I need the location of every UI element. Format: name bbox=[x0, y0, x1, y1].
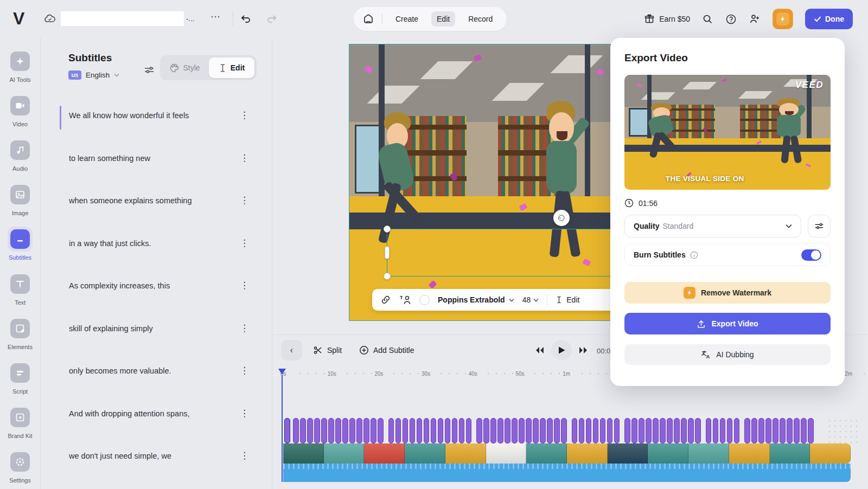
sidebar-item-elements[interactable]: Elements bbox=[0, 311, 40, 355]
subtitle-block[interactable] bbox=[328, 418, 334, 443]
subtitle-block[interactable] bbox=[688, 418, 694, 443]
subtitle-block[interactable] bbox=[586, 418, 592, 443]
subtitle-block[interactable] bbox=[533, 418, 539, 443]
subtitle-block[interactable] bbox=[780, 418, 786, 443]
subtitle-block[interactable] bbox=[808, 418, 814, 443]
help-icon[interactable] bbox=[725, 14, 737, 25]
subtitle-block[interactable] bbox=[681, 418, 687, 443]
ai-dubbing-button[interactable]: A AI Dubbing bbox=[624, 344, 831, 365]
subtitle-block[interactable] bbox=[300, 418, 306, 443]
subtitle-row[interactable]: in a way that just clicks.⋮ bbox=[41, 230, 272, 273]
audio-waveform[interactable] bbox=[283, 464, 851, 482]
subtitle-block[interactable] bbox=[561, 418, 567, 443]
subtitle-block[interactable] bbox=[706, 418, 712, 443]
subtitle-block[interactable] bbox=[395, 418, 401, 443]
subtitle-block[interactable] bbox=[466, 418, 472, 443]
subtitle-row[interactable]: to learn something new⋮ bbox=[41, 145, 272, 188]
subtitle-text[interactable]: And with dropping attention spans, bbox=[69, 409, 239, 418]
fast-forward-button[interactable] bbox=[578, 346, 588, 355]
subtitle-block[interactable] bbox=[765, 418, 771, 443]
film-segment[interactable] bbox=[283, 443, 324, 464]
burn-subtitles-toggle[interactable] bbox=[801, 249, 821, 261]
tab-edit[interactable]: Edit bbox=[431, 11, 455, 27]
subtitle-block[interactable] bbox=[284, 418, 290, 443]
selection-handle-top-left[interactable] bbox=[384, 226, 391, 233]
timeline-collapse-button[interactable]: ‹ bbox=[281, 340, 302, 361]
subtitle-block[interactable] bbox=[307, 418, 313, 443]
font-family-dropdown[interactable]: Poppins Extrabold bbox=[438, 295, 514, 304]
play-button[interactable] bbox=[551, 340, 572, 361]
subtitle-block[interactable] bbox=[388, 418, 394, 443]
subtitle-text[interactable]: We all know how wonderful it feels bbox=[69, 111, 239, 120]
subtitle-block[interactable] bbox=[547, 418, 553, 443]
subtitle-block[interactable] bbox=[505, 418, 510, 443]
subtitle-block[interactable] bbox=[624, 418, 630, 443]
subtitle-block[interactable] bbox=[794, 418, 800, 443]
sidebar-item-text[interactable]: Text bbox=[0, 266, 40, 311]
sidebar-item-ai-tools[interactable]: AI Tools bbox=[0, 43, 40, 88]
subtitle-block[interactable] bbox=[314, 418, 320, 443]
tab-edit-subtitles[interactable]: Edit bbox=[209, 57, 254, 78]
subtitle-text[interactable]: skill of explaining simply bbox=[69, 324, 239, 333]
subtitle-block[interactable] bbox=[660, 418, 666, 443]
subtitle-block[interactable] bbox=[476, 418, 482, 443]
rotate-handle[interactable] bbox=[553, 210, 570, 226]
subtitle-block[interactable] bbox=[653, 418, 659, 443]
subtitle-text[interactable]: in a way that just clicks. bbox=[69, 239, 239, 248]
subtitle-block[interactable] bbox=[378, 418, 384, 443]
subtitle-text[interactable]: only becomes more valuable. bbox=[69, 366, 239, 375]
subtitle-block[interactable] bbox=[438, 418, 444, 443]
subtitle-block[interactable] bbox=[321, 418, 327, 443]
subtitle-row[interactable]: And with dropping attention spans,⋮ bbox=[41, 400, 272, 443]
video-canvas[interactable] bbox=[349, 44, 616, 321]
subtitle-block[interactable] bbox=[512, 418, 518, 443]
speaker-assign-icon[interactable]: T bbox=[399, 294, 411, 305]
subtitle-block[interactable] bbox=[758, 418, 764, 443]
subtitle-row-menu[interactable]: ⋮ bbox=[238, 449, 251, 462]
undo-button[interactable] bbox=[240, 13, 252, 25]
subtitle-row-menu[interactable]: ⋮ bbox=[238, 279, 251, 292]
film-segment[interactable] bbox=[486, 443, 527, 464]
subtitle-block[interactable] bbox=[452, 418, 458, 443]
subtitle-block[interactable] bbox=[483, 418, 489, 443]
subtitle-block[interactable] bbox=[787, 418, 793, 443]
done-button[interactable]: Done bbox=[805, 9, 853, 29]
project-name-field[interactable] bbox=[61, 11, 184, 26]
subtitle-block[interactable] bbox=[371, 418, 376, 443]
film-segment[interactable] bbox=[770, 443, 810, 464]
sidebar-item-script[interactable]: Script bbox=[0, 355, 40, 400]
subtitle-row-menu[interactable]: ⋮ bbox=[238, 151, 251, 165]
subtitle-row-menu[interactable]: ⋮ bbox=[238, 108, 251, 122]
subtitle-block[interactable] bbox=[497, 418, 503, 443]
subtitle-block[interactable] bbox=[773, 418, 778, 443]
film-segment[interactable] bbox=[810, 443, 851, 464]
home-icon[interactable] bbox=[362, 13, 374, 25]
subtitle-block[interactable] bbox=[424, 418, 430, 443]
subtitle-text[interactable]: we don't just need simple, we bbox=[69, 452, 239, 460]
film-segment[interactable] bbox=[324, 443, 365, 464]
export-video-button[interactable]: Export Video bbox=[624, 313, 831, 334]
film-segment[interactable] bbox=[567, 443, 608, 464]
subtitle-block[interactable] bbox=[674, 418, 680, 443]
subtitle-text[interactable]: when someone explains something bbox=[69, 196, 239, 205]
subtitle-block[interactable] bbox=[720, 418, 726, 443]
sidebar-item-image[interactable]: Image bbox=[0, 177, 40, 222]
subtitle-block[interactable] bbox=[600, 418, 606, 443]
subtitle-block[interactable] bbox=[744, 418, 750, 443]
playhead-handle[interactable] bbox=[278, 369, 286, 375]
invite-user-icon[interactable] bbox=[749, 13, 761, 25]
subtitle-text[interactable]: to learn something new bbox=[69, 154, 239, 163]
subtitle-block[interactable] bbox=[646, 418, 652, 443]
subtitle-block[interactable] bbox=[490, 418, 496, 443]
subtitle-row-menu[interactable]: ⋮ bbox=[238, 364, 251, 377]
sidebar-item-subtitles[interactable]: Subtitles bbox=[0, 222, 40, 266]
subtitle-block[interactable] bbox=[349, 418, 355, 443]
link-icon[interactable] bbox=[380, 294, 391, 305]
subtitle-block[interactable] bbox=[751, 418, 757, 443]
subtitle-row[interactable]: As complexity increases, this⋮ bbox=[41, 272, 272, 315]
film-segment[interactable] bbox=[688, 443, 729, 464]
subtitle-block[interactable] bbox=[639, 418, 644, 443]
rewind-button[interactable] bbox=[535, 346, 545, 355]
subtitle-block[interactable] bbox=[526, 418, 532, 443]
selection-handle-bottom-left[interactable] bbox=[384, 273, 391, 280]
